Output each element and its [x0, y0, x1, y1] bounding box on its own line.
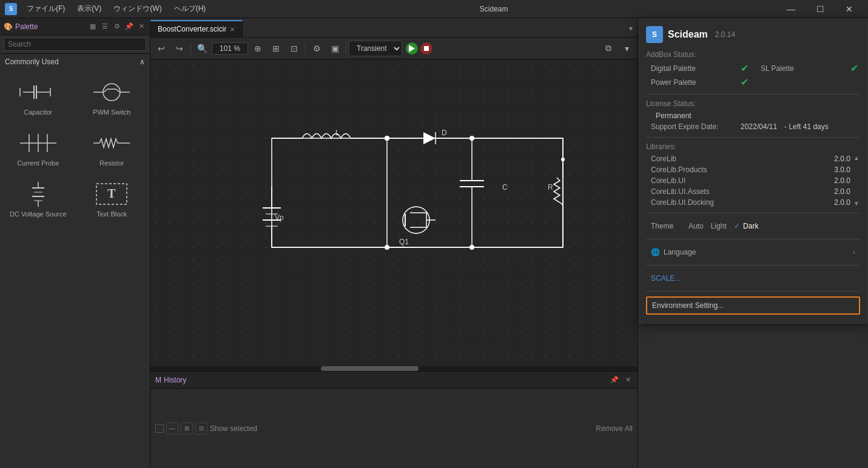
lib-scroll-down[interactable]: ▼: [853, 200, 860, 207]
palette-item-dcsource[interactable]: DC Voltage Source: [2, 174, 74, 222]
svg-rect-27: [424, 46, 429, 51]
run-button[interactable]: [406, 42, 418, 55]
lib-ver-0: 2.0.0: [834, 155, 850, 163]
theme-dark-label: Dark: [743, 222, 758, 230]
svg-point-69: [385, 245, 389, 250]
palette-item-capacitor[interactable]: Capacitor: [2, 72, 74, 121]
license-type-row: Permanent: [646, 110, 860, 121]
menu-window[interactable]: ウィンドウ(W): [109, 2, 166, 15]
lib-scroll-up[interactable]: ▲: [853, 155, 860, 161]
theme-row: Theme Auto Light ✓ Dark: [646, 218, 860, 234]
digital-palette-status: ✔: [741, 62, 749, 74]
history-remove-all-button[interactable]: Remove All: [596, 424, 633, 433]
scrollbar-thumb[interactable]: [321, 366, 419, 371]
history-checkbox[interactable]: [155, 424, 164, 433]
window-controls: — ☐ ✕: [777, 0, 863, 18]
divider-3: [646, 213, 860, 213]
palette-grid: Capacitor PWM Switch: [0, 70, 150, 225]
stop-button[interactable]: [420, 42, 432, 55]
pwm-icon: [90, 77, 133, 107]
snap-button[interactable]: ⊡: [286, 40, 303, 57]
search-input[interactable]: [4, 38, 146, 51]
language-row[interactable]: 🌐 Language ›: [646, 244, 860, 260]
svg-text:Q1: Q1: [399, 238, 409, 246]
simulation-mode-select[interactable]: Transient: [349, 41, 402, 56]
svg-text:D: D: [442, 129, 447, 137]
history-close-icon[interactable]: ✕: [623, 375, 633, 385]
divider-2: [646, 137, 860, 138]
palette-title-text: Palette: [15, 22, 38, 31]
palette-item-probe[interactable]: Current Probe: [2, 123, 74, 172]
close-button[interactable]: ✕: [835, 0, 863, 18]
menu-help[interactable]: ヘルプ(H): [169, 2, 211, 15]
central-area: BoostConverter.scicir ✕ ▾ ↩ ↪ 🔍 101 % ⊕ …: [150, 18, 638, 468]
app-logo: S: [5, 3, 17, 15]
globe-icon: 🌐: [651, 248, 660, 256]
divider-5: [646, 265, 860, 266]
palette-item-pwm[interactable]: PWM Switch: [76, 72, 148, 121]
history-expand-icon[interactable]: ⊞: [181, 423, 193, 435]
grid-button[interactable]: ⊞: [267, 40, 284, 57]
redo-button[interactable]: ↪: [171, 40, 188, 57]
zoom-in-icon[interactable]: ⊕: [249, 40, 266, 57]
zoom-fit-button[interactable]: 🔍: [193, 40, 210, 57]
power-palette-key: Power Palette: [651, 78, 736, 87]
textblock-label: Text Block: [96, 210, 127, 218]
theme-dark[interactable]: ✓ Dark: [734, 222, 759, 230]
palette-grid-icon[interactable]: ▦: [88, 22, 98, 32]
palette-section-header[interactable]: Commonly Used ∧: [0, 54, 150, 70]
popup-logo: S: [646, 26, 663, 43]
history-remove-icon[interactable]: —: [166, 423, 178, 435]
tab-dropdown[interactable]: ▾: [624, 20, 638, 37]
lib-row-4: CoreLib.UI.Docking 2.0.0: [646, 197, 850, 208]
minimize-button[interactable]: —: [777, 0, 805, 18]
zoom-level[interactable]: 101 %: [212, 42, 248, 55]
canvas-area[interactable]: L D: [150, 59, 638, 371]
scale-button[interactable]: SCALE...: [646, 270, 860, 286]
palette-close-icon[interactable]: ✕: [136, 22, 146, 32]
probe-icon: [17, 128, 59, 158]
palette-settings-icon[interactable]: ⚙: [112, 22, 122, 32]
capacitor-label: Capacitor: [24, 109, 52, 116]
theme-options: Auto Light ✓ Dark: [688, 222, 758, 230]
view-button[interactable]: ▣: [326, 40, 343, 57]
dcsource-icon: [17, 179, 59, 209]
palette-pin-icon[interactable]: 📌: [124, 22, 134, 32]
app-title: Scideam: [210, 5, 777, 13]
license-section: License Status: Permanent Support Expire…: [646, 99, 860, 132]
history-title-text: History: [164, 376, 186, 384]
history-pin-icon[interactable]: 📌: [610, 375, 619, 385]
lib-row-3: CoreLib.UI.Assets 2.0.0: [646, 186, 850, 197]
palette-item-textblock[interactable]: T Text Block: [76, 174, 148, 222]
palette-panel: 🎨 Palette ▦ ☰ ⚙ 📌 ✕ Commonly Used ∧: [0, 18, 150, 468]
palette-item-resistor[interactable]: Resistor: [76, 123, 148, 172]
lib-name-0: CoreLib: [651, 155, 676, 163]
theme-label: Theme: [651, 222, 681, 230]
toolbar-right: ⧉ ▾: [600, 40, 635, 57]
language-label: Language: [664, 248, 853, 256]
theme-light[interactable]: Light: [711, 222, 727, 230]
menu-view[interactable]: 表示(V): [72, 2, 106, 15]
inspector-popup: S Scideam 2.0.14 AddBox Status: Digital …: [638, 18, 868, 324]
svg-line-11: [116, 89, 119, 92]
history-panel: Μ History 📌 ✕ — ⊞ ⊟ Show selected Remove…: [150, 371, 638, 468]
theme-auto[interactable]: Auto: [688, 222, 704, 230]
power-palette-status: ✔: [741, 76, 749, 88]
canvas-scrollbar-h[interactable]: [150, 366, 638, 371]
tab-close-icon[interactable]: ✕: [230, 26, 235, 33]
svg-text:T: T: [108, 187, 116, 200]
environment-setting-button[interactable]: Environment Setting...: [646, 296, 860, 315]
support-expire-row: Support Expire Date: 2022/04/11 - Left 4…: [646, 121, 860, 132]
menu-file[interactable]: ファイル(F): [22, 2, 70, 15]
palette-list-icon[interactable]: ☰: [100, 22, 110, 32]
palette-title: 🎨 Palette: [4, 22, 38, 31]
tab-boost-converter[interactable]: BoostConverter.scicir ✕: [150, 20, 243, 37]
lib-name-3: CoreLib.UI.Assets: [651, 187, 710, 196]
settings-button[interactable]: ⚙: [308, 40, 325, 57]
undo-button[interactable]: ↩: [153, 40, 170, 57]
more-button[interactable]: ▾: [618, 40, 635, 57]
maximize-button[interactable]: ☐: [806, 0, 834, 18]
history-collapse-icon[interactable]: ⊟: [195, 423, 207, 435]
copy-button[interactable]: ⧉: [600, 40, 617, 57]
resistor-label: Resistor: [99, 159, 124, 167]
